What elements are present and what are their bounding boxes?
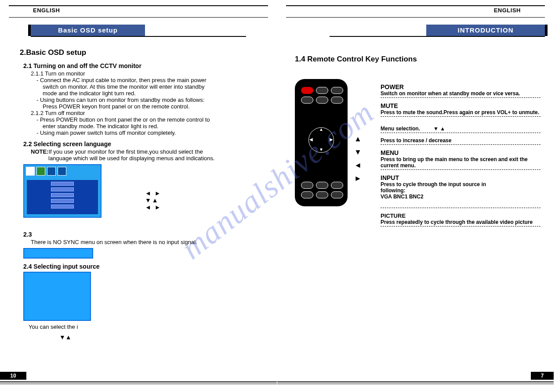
osd-row: [51, 199, 74, 203]
desc-text: Press to cycle through the input source …: [381, 181, 540, 187]
osd-row: [51, 193, 74, 197]
note-line: NOTE:If you use your monitor for the fir…: [31, 148, 264, 155]
input-screenshot: [23, 272, 91, 321]
header-rule-top: [286, 5, 545, 6]
up-arrow-icon: ▲: [354, 133, 362, 146]
page-right: ENGLISH INTRODUCTION 1.4 Remote Control …: [277, 0, 554, 392]
key-descriptions: POWER Switch on monitor when at standby …: [381, 83, 540, 231]
desc-title: PICTURE: [381, 212, 540, 219]
arrows-lr-icon: ◄ ►: [145, 190, 162, 197]
remote-btn-icon: [316, 191, 328, 198]
osd-tab-icon: [26, 167, 35, 176]
desc-text: Switch on monitor when at standby mode o…: [381, 90, 540, 97]
note-label: NOTE:: [31, 148, 48, 155]
up-arrow-icon: ▲: [318, 127, 324, 133]
nav-arrows-cluster: ◄ ► ▼▲ ◄ ►: [145, 190, 162, 211]
remote-btn-icon: [331, 182, 343, 189]
arrows-lr-icon: ◄ ►: [145, 204, 162, 211]
remote-btn-icon: [331, 87, 343, 94]
desc-title: MUTE: [381, 102, 540, 109]
left-arrow-icon: ◀: [308, 137, 314, 143]
heading-2-3: 2.3: [23, 231, 264, 238]
desc-title: MENU: [381, 149, 540, 156]
remote-body: ▲ ▼ ◀ ▶: [295, 79, 348, 206]
header-rule-bottom: [9, 17, 268, 18]
tab-underline: [330, 36, 545, 37]
power-btn-icon: [301, 87, 313, 94]
bullet-cont: enter standby mode. The indicator light …: [43, 123, 264, 129]
note-text: If you use your monitor for the first ti…: [48, 148, 203, 155]
separator-dashed: [381, 133, 540, 133]
desc-text: Menu selection.: [381, 126, 420, 132]
osd-tab-icon: [36, 167, 45, 176]
bullet: - Using buttons can turn on monitor from…: [36, 97, 264, 103]
section-tab: Basic OSD setup: [31, 25, 145, 36]
desc-text: Press repeatedly to cycle through the av…: [381, 219, 540, 225]
remote-btn-icon: [316, 97, 328, 104]
desc-menu-select: Menu selection. ▼ ▲: [381, 126, 540, 133]
bullet-cont: switch on monitor. At this time the moni…: [43, 83, 264, 90]
desc-text: VGA BNC1 BNC2: [381, 194, 540, 200]
footer-rule: [0, 381, 277, 382]
section-tab: INTRODUCTION: [426, 25, 545, 36]
desc-power: POWER Switch on monitor when at standby …: [381, 83, 540, 98]
separator-dashed: [381, 97, 540, 98]
manual-spread: ENGLISH Basic OSD setup 2.Basic OSD setu…: [0, 0, 555, 392]
nosync-screenshot: [23, 248, 93, 259]
desc-increase-decrease: Press to increase / decrease: [381, 137, 540, 145]
arrows-icon: ▼▲: [59, 334, 264, 341]
remote-btn-icon: [316, 87, 328, 94]
osd-screenshot: [23, 164, 102, 218]
down-arrow-icon: ▼: [354, 146, 362, 159]
desc-text: Press to bring up the main menu to the s…: [381, 156, 540, 169]
page-number: 7: [531, 372, 554, 380]
step-2-1-1: 2.1.1 Turn on monitor: [31, 70, 264, 77]
remote-btn-icon: [301, 182, 313, 189]
footer-rule2: [0, 384, 277, 384]
desc-input: INPUT Press to cycle through the input s…: [381, 174, 540, 208]
bullet: - Connect the AC input cable to monitor,…: [36, 77, 264, 83]
desc-picture: PICTURE Press repeatedly to cycle throug…: [381, 212, 540, 227]
bullet: - Press POWER button on front panel the …: [36, 116, 264, 123]
separator-dashed: [381, 144, 540, 145]
remote-btn-icon: [331, 97, 343, 104]
remote-btn-icon: [301, 191, 313, 198]
language-label: ENGLISH: [33, 7, 60, 14]
heading-1-4: 1.4 Remote Control Key Functions: [295, 55, 417, 64]
desc-title: INPUT: [381, 174, 540, 181]
remote-btn-icon: [331, 191, 343, 198]
osd-row: [51, 187, 74, 191]
remote-btn-icon: [316, 182, 328, 189]
note-text-cont: language which will be used for displayi…: [48, 155, 264, 162]
footer-rule: [277, 381, 554, 382]
page-left: ENGLISH Basic OSD setup 2.Basic OSD setu…: [0, 0, 277, 392]
language-label: ENGLISH: [494, 7, 521, 14]
desc-menu: MENU Press to bring up the main menu to …: [381, 149, 540, 170]
heading-2: 2.Basic OSD setup: [20, 48, 264, 57]
separator-dashed: [381, 226, 540, 227]
desc-text: Press to mute the sound.Press again or p…: [381, 109, 540, 115]
osd-tab-row: [24, 165, 101, 181]
footer-rule2: [277, 384, 554, 384]
desc-title: POWER: [381, 83, 540, 90]
osd-row: [51, 205, 74, 209]
remote-btn-icon: [301, 97, 313, 104]
osd-tab-icon: [47, 167, 56, 176]
content-left: 2.Basic OSD setup 2.1 Turning on and off…: [20, 48, 264, 341]
arrows-ud-icon: ▼▲: [145, 197, 162, 204]
bullet: - Using main power switch turns off moni…: [36, 129, 264, 136]
osd-tab-icon: [58, 167, 66, 176]
left-arrow-icon: ◄: [354, 159, 362, 172]
osd-menu-body: [27, 180, 98, 214]
page-number: 10: [0, 372, 26, 380]
right-arrow-icon: ▶: [328, 137, 334, 143]
step-2-1-2: 2.1.2 Turn off monitor: [31, 110, 264, 116]
desc-text: following:: [381, 187, 540, 194]
tab-cap: [545, 25, 548, 36]
heading-2-4: 2.4 Selecting input source: [23, 263, 264, 270]
dpad-icon: ▲ ▼ ◀ ▶: [308, 127, 334, 153]
desc-text: Press to increase / decrease: [381, 137, 540, 144]
desc-mute: MUTE Press to mute the sound.Press again…: [381, 102, 540, 117]
right-arrow-icon: ►: [354, 172, 362, 185]
bullet-cont: Press POWER keyon front panel or on the …: [43, 103, 264, 110]
